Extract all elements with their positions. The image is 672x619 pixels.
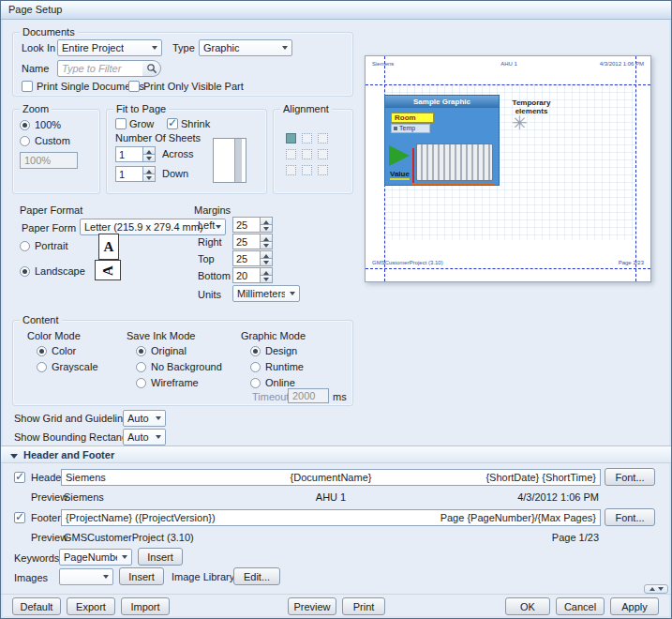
spin-up-icon[interactable] (143, 146, 156, 154)
grow-checkbox[interactable] (115, 118, 127, 129)
footer-field[interactable]: {ProjectName} ({ProjectVersion}) Page {P… (61, 509, 601, 526)
spin-down-icon[interactable] (261, 224, 273, 233)
spin-down-icon[interactable] (143, 174, 156, 182)
margin-bottom-spin-buttons[interactable] (261, 267, 273, 283)
alignment-cell-bottom-left[interactable] (286, 165, 296, 175)
sheets-down-stepper[interactable]: 1 (115, 166, 156, 182)
original-radio[interactable] (136, 346, 146, 356)
alignment-cell-bottom-center[interactable] (302, 165, 312, 175)
margin-bottom-label: Bottom (198, 270, 231, 282)
title-bar[interactable]: Page Setup (1, 1, 671, 20)
export-button[interactable]: Export (67, 597, 115, 615)
units-dropdown[interactable]: Millimeters (232, 285, 300, 302)
alignment-cell-top-right[interactable] (318, 133, 328, 143)
timeout-unit-label: ms (333, 391, 347, 403)
number-of-sheets-label: Number Of Sheets (115, 132, 201, 144)
header-footer-expander[interactable]: Header and Footer (1, 445, 672, 463)
margin-right-stepper[interactable]: 25 (232, 234, 273, 249)
default-button[interactable]: Default (12, 597, 61, 615)
zoom-100-radio[interactable] (20, 120, 30, 130)
print-single-documents-checkbox[interactable] (22, 81, 33, 92)
online-radio[interactable] (250, 378, 261, 388)
type-value: Graphic (203, 42, 240, 53)
alignment-cell-top-left[interactable] (286, 133, 296, 143)
spin-down-icon[interactable] (143, 154, 156, 162)
margin-bottom-stepper[interactable]: 20 (232, 267, 273, 283)
preview-button[interactable]: Preview (288, 597, 336, 615)
margin-top-stepper[interactable]: 25 (232, 250, 273, 266)
color-radio[interactable] (37, 346, 47, 356)
keywords-insert-button[interactable]: Insert (138, 548, 183, 566)
footer-checkbox[interactable] (14, 512, 25, 523)
chevron-down-icon (156, 435, 161, 439)
grayscale-radio[interactable] (37, 362, 47, 372)
margin-top-spin-buttons[interactable] (261, 250, 273, 266)
spin-up-icon[interactable] (261, 267, 273, 275)
margin-right-spin-buttons[interactable] (261, 234, 273, 249)
header-checkbox[interactable] (14, 472, 25, 483)
spin-up-icon[interactable] (261, 234, 273, 241)
alignment-cell-middle-right[interactable] (318, 149, 328, 159)
keywords-dropdown[interactable]: PageNumber (59, 549, 132, 566)
ok-button[interactable]: OK (505, 597, 550, 615)
preview-header-right: 4/3/2012 1:06 PM (600, 61, 644, 68)
header-field[interactable]: Siemens {DocumentName} {ShortDate} {Shor… (61, 469, 601, 486)
temp-label: Temp (399, 125, 415, 132)
images-dropdown[interactable] (59, 568, 113, 585)
show-bounding-rectangle-dropdown[interactable]: Auto (123, 429, 166, 445)
sheets-across-stepper[interactable]: 1 (115, 146, 156, 162)
zoom-custom-input[interactable]: 100% (20, 152, 78, 169)
spin-up-icon[interactable] (261, 250, 273, 258)
images-insert-button[interactable]: Insert (119, 567, 164, 585)
spin-down-icon[interactable] (261, 275, 273, 283)
image-library-edit-button[interactable]: Edit... (233, 567, 280, 585)
print-button[interactable]: Print (342, 597, 385, 615)
margin-guide-right (635, 56, 636, 281)
design-radio[interactable] (250, 346, 261, 356)
alignment-cell-middle-center[interactable] (302, 149, 312, 159)
wireframe-label: Wireframe (151, 377, 199, 389)
search-button[interactable] (142, 60, 161, 77)
no-background-radio[interactable] (136, 362, 146, 372)
alignment-cell-top-center[interactable] (302, 133, 312, 143)
alignment-cell-bottom-right[interactable] (318, 165, 328, 175)
shrink-checkbox[interactable] (167, 118, 178, 129)
look-in-label: Look In (22, 42, 55, 54)
import-button[interactable]: Import (121, 597, 170, 615)
alignment-cell-middle-left[interactable] (286, 149, 296, 159)
landscape-label: Landscape (35, 265, 85, 278)
sheets-down-spin-buttons[interactable] (143, 166, 156, 182)
header-font-button[interactable]: Font... (605, 468, 655, 486)
margin-left-stepper[interactable]: 25 (232, 217, 273, 233)
landscape-page-icon: A (95, 260, 121, 280)
apply-button[interactable]: Apply (610, 597, 659, 615)
cancel-button[interactable]: Cancel (556, 597, 605, 615)
sheets-across-spin-buttons[interactable] (143, 146, 156, 162)
show-bounding-rectangle-value: Auto (127, 431, 149, 443)
spin-up-icon[interactable] (143, 166, 156, 174)
across-label: Across (162, 148, 194, 160)
runtime-radio[interactable] (250, 362, 261, 372)
wireframe-radio[interactable] (136, 378, 146, 388)
spin-down-icon[interactable] (261, 241, 273, 249)
chevron-up-icon (650, 587, 655, 591)
look-in-dropdown[interactable]: Entire Project (57, 39, 162, 56)
margin-left-spin-buttons[interactable] (261, 217, 273, 233)
type-dropdown[interactable]: Graphic (199, 39, 292, 56)
spin-up-icon[interactable] (261, 217, 273, 224)
graphic-mode-label: Graphic Mode (241, 330, 306, 342)
footer-font-button[interactable]: Font... (605, 508, 655, 526)
name-filter-input[interactable] (57, 60, 143, 77)
show-grid-guidelines-dropdown[interactable]: Auto (123, 410, 166, 427)
portrait-radio[interactable] (20, 241, 30, 251)
timeout-input[interactable]: 2000 (288, 388, 329, 403)
footer-left-segment: {ProjectName} ({ProjectVersion}) (66, 512, 331, 523)
spin-down-icon[interactable] (261, 258, 273, 266)
print-only-visible-part-checkbox[interactable] (128, 81, 140, 92)
header-right-segment: {ShortDate} {ShortTime} (419, 472, 596, 483)
section-resize-grip[interactable] (644, 584, 668, 594)
landscape-radio[interactable] (20, 266, 30, 277)
header-label: Header (31, 472, 65, 484)
zoom-custom-radio[interactable] (20, 136, 30, 146)
chevron-down-icon (152, 46, 157, 50)
